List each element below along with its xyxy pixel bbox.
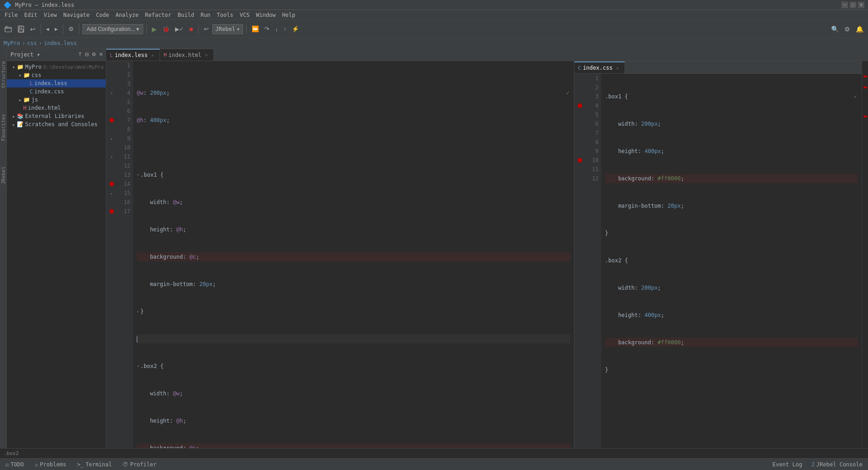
gutter-r-4-bp[interactable]	[574, 101, 585, 110]
breakpoint-7[interactable]	[109, 118, 114, 123]
evaluate-button[interactable]: ⚡	[290, 25, 301, 33]
resume-button[interactable]: ⏩	[250, 25, 261, 33]
toolbar-open-folder[interactable]	[3, 25, 14, 34]
run-dropdown[interactable]: JRebel ▾	[212, 24, 243, 34]
debug-revert-button[interactable]: ↩	[202, 25, 211, 33]
tab-index-html[interactable]: H index.html ✕	[160, 49, 214, 61]
ext-libs-label: External Libraries	[25, 113, 84, 119]
menu-code[interactable]: Code	[93, 11, 112, 19]
menu-view[interactable]: View	[41, 11, 60, 19]
code-content-right[interactable]: .box1 { ✓ width: 200px; height: 400px;	[601, 74, 862, 448]
toolbar-forward[interactable]: ▸	[53, 25, 60, 33]
tree-item-index-less[interactable]: L index.less	[7, 79, 106, 87]
tab-css-close[interactable]: ✕	[615, 65, 621, 71]
code-line-14: background: @c;	[137, 444, 570, 448]
fold-11[interactable]: ▾	[137, 362, 140, 371]
close-button[interactable]: ✕	[858, 2, 864, 8]
gutter-r-10-bp[interactable]	[574, 156, 585, 165]
gutter-7-bp[interactable]	[106, 116, 117, 125]
run-coverage-button[interactable]: ▶✓	[173, 25, 186, 33]
code-r-4: background: #ff0000;	[605, 174, 858, 183]
search-everywhere-button[interactable]: 🔍	[829, 25, 841, 34]
tree-item-myproject[interactable]: ▾ 📁 MyPro D:\Develop\Web\MyPro	[7, 63, 106, 71]
menu-refactor[interactable]: Refactor	[142, 11, 174, 19]
step-out-button[interactable]: ↑	[282, 25, 289, 33]
structure-tab[interactable]: Structure	[0, 57, 7, 92]
menu-file[interactable]: File	[2, 11, 21, 19]
bottom-tab-jrebel-console[interactable]: J JRebel Console	[810, 460, 864, 469]
jrebel-side-tab[interactable]: JRebel	[0, 163, 7, 188]
window-controls[interactable]: ─ □ ✕	[842, 2, 864, 8]
code-area-left[interactable]: ▾ ▸ ▾ ▸	[106, 61, 574, 448]
gutter-14-bp[interactable]	[106, 179, 117, 189]
toolbar-settings[interactable]: ⚙	[67, 25, 76, 33]
line-numbers-right: 1 2 3 4 5 6 7 8 9 10 11 12	[585, 74, 601, 448]
notifications-button[interactable]: 🔔	[854, 25, 865, 34]
tree-item-js[interactable]: ▸ 📁 js	[7, 96, 106, 104]
code-content-left[interactable]: @w: 200px; ✓ @h: 400px; ▾ .box1 {	[133, 61, 574, 448]
step-into-button[interactable]: ↓	[273, 25, 280, 33]
tree-item-index-css[interactable]: C index.css	[7, 87, 106, 96]
bottom-right-area: Event Log J JRebel Console	[771, 460, 864, 469]
bottom-tab-profiler[interactable]: ⏱ Profiler	[121, 460, 158, 469]
code-r-9: height: 400px;	[605, 311, 858, 320]
breakpoint-r-10[interactable]	[578, 158, 582, 163]
bottom-tab-problems[interactable]: ⚠ Problems	[33, 460, 68, 469]
sidebar-settings-gear[interactable]: ⚙	[91, 51, 97, 58]
menu-window[interactable]: Window	[253, 11, 278, 19]
tab-html-close[interactable]: ✕	[203, 52, 210, 58]
run-button[interactable]: ▶	[150, 25, 159, 34]
minimize-button[interactable]: ─	[842, 2, 848, 8]
breadcrumb-project[interactable]: MyPro	[4, 40, 20, 46]
menu-analyze[interactable]: Analyze	[113, 11, 141, 19]
code-r-2: width: 200px;	[605, 119, 858, 128]
profiler-label: Profiler	[130, 461, 156, 468]
code-line-10[interactable]	[137, 334, 570, 343]
menu-build[interactable]: Build	[175, 11, 197, 19]
breadcrumb-file[interactable]: index.less	[44, 40, 77, 46]
toolbar-back[interactable]: ◂	[44, 25, 51, 33]
sidebar-scroll-top[interactable]: ⤒	[77, 51, 83, 58]
menu-navigate[interactable]: Navigate	[61, 11, 93, 19]
breakpoint-17[interactable]	[109, 209, 114, 214]
tree-item-external-libs[interactable]: ▸ 📚 External Libraries	[7, 112, 106, 120]
add-configuration-button[interactable]: Add Configuration... ▾	[83, 24, 143, 34]
tree-item-index-html[interactable]: H index.html	[7, 104, 106, 112]
menu-vcs[interactable]: VCS	[237, 11, 253, 19]
run-dropdown-label: JRebel	[216, 26, 235, 32]
menu-help[interactable]: Help	[279, 11, 298, 19]
toolbar-save[interactable]	[16, 25, 26, 34]
toolbar-revert[interactable]: ↩	[28, 25, 37, 34]
menu-tools[interactable]: Tools	[214, 11, 236, 19]
stop-button[interactable]: ■	[187, 25, 195, 34]
maximize-button[interactable]: □	[850, 2, 856, 8]
settings-button[interactable]: ⚙	[842, 25, 852, 34]
tab-index-css-right[interactable]: C index.css ✕	[574, 61, 625, 73]
fold-close-9[interactable]: ▸	[137, 307, 140, 316]
breakpoint-r-4[interactable]	[578, 103, 582, 108]
code-area-right[interactable]: 1 2 3 4 5 6 7 8 9 10 11 12	[574, 74, 862, 448]
fold-4[interactable]: ▾	[137, 170, 140, 179]
sidebar-collapse[interactable]: ⊟	[84, 51, 90, 58]
gutter-17-bp[interactable]	[106, 207, 117, 216]
todo-icon: ☑	[5, 461, 9, 468]
menu-edit[interactable]: Edit	[21, 11, 40, 19]
debug-button[interactable]: 🐞	[160, 25, 171, 33]
menu-run[interactable]: Run	[198, 11, 213, 19]
myproject-path: D:\Develop\Web\MyPro	[43, 64, 103, 70]
menu-bar: File Edit View Navigate Code Analyze Ref…	[0, 10, 868, 20]
tree-item-scratches[interactable]: ▸ 📝 Scratches and Consoles	[7, 120, 106, 128]
breadcrumb-css[interactable]: css	[27, 40, 37, 46]
breakpoint-14[interactable]	[109, 182, 114, 186]
tab-index-less[interactable]: L index.less ✕	[106, 49, 160, 61]
tree-item-css[interactable]: ▾ 📁 css	[7, 71, 106, 79]
bottom-tab-terminal[interactable]: >_ Terminal	[75, 460, 114, 469]
favorites-tab[interactable]: Favorites	[0, 110, 7, 145]
step-over-button[interactable]: ↷	[263, 25, 271, 33]
scratches-icon: 📝	[17, 121, 24, 128]
tab-less-close[interactable]: ✕	[150, 52, 156, 58]
sidebar-close[interactable]: ✕	[98, 51, 104, 58]
bottom-tab-todo[interactable]: ☑ TODO	[4, 460, 26, 469]
bottom-tab-event-log[interactable]: Event Log	[771, 460, 804, 469]
title-bar: 🔷 MyPro – index.less ─ □ ✕	[0, 0, 868, 10]
